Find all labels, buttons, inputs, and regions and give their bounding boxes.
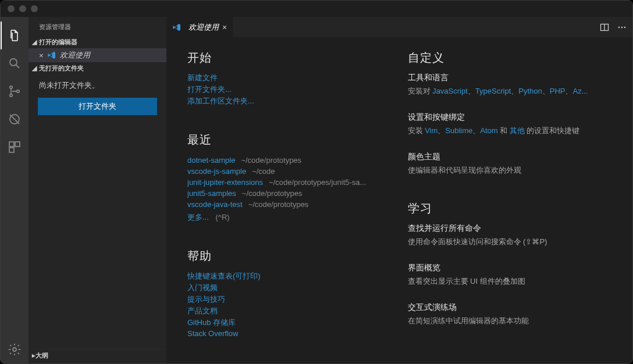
recent-item-path: ~/code/prototypes — [248, 200, 309, 209]
theme-title: 颜色主题 — [408, 152, 612, 162]
svg-point-13 — [618, 26, 620, 28]
help-link[interactable]: 快捷键速查表(可打印) — [187, 271, 392, 281]
recent-list: dotnet-sample~/code/prototypesvscode-js-… — [187, 155, 392, 210]
traffic-minimize[interactable] — [19, 5, 26, 12]
tools-lang-link[interactable]: TypeScript — [475, 87, 511, 95]
window-titlebar — [1, 1, 632, 17]
recent-item-path: ~/code/prototypes — [242, 189, 303, 198]
no-folder-text: 尚未打开文件夹。 — [29, 74, 166, 98]
recent-more-hint: (^R) — [215, 213, 229, 222]
vscode-icon — [172, 23, 182, 32]
welcome-page: 开始 新建文件 打开文件夹... 添加工作区文件夹... 最近 dotnet-s… — [166, 37, 632, 363]
start-heading: 开始 — [187, 50, 392, 66]
activity-settings[interactable] — [1, 336, 29, 363]
tab-welcome[interactable]: 欢迎使用 × — [166, 17, 233, 37]
tools-lang-link[interactable]: Az... — [572, 87, 588, 95]
svg-point-2 — [10, 86, 12, 88]
learn-item-title[interactable]: 查找并运行所有命令 — [408, 223, 612, 234]
activity-bar — [1, 17, 29, 363]
keymap-link[interactable]: Sublime — [445, 126, 472, 135]
split-editor-icon[interactable] — [600, 23, 609, 32]
recent-heading: 最近 — [187, 132, 392, 148]
recent-item-path: ~/code/prototypes/junit5-sa... — [269, 178, 366, 187]
add-workspace-link[interactable]: 添加工作区文件夹... — [187, 96, 392, 106]
explorer-sidebar: 资源管理器 ◢ 打开的编辑器 × 欢迎使用 ◢ 无打开的文件夹 尚未打开文件夹。… — [29, 17, 166, 363]
keybindings-body: 安装 Vim、Sublime、Atom 和 其他 的设置和快捷键 — [408, 126, 612, 135]
svg-line-1 — [16, 65, 20, 69]
keymap-link[interactable]: Atom — [480, 126, 497, 135]
keybindings-title: 设置和按键绑定 — [408, 112, 612, 123]
open-editors-header[interactable]: ◢ 打开的编辑器 — [29, 36, 166, 48]
activity-explorer[interactable] — [1, 22, 29, 49]
activity-debug[interactable] — [1, 105, 29, 133]
svg-point-15 — [624, 26, 626, 28]
recent-item-name[interactable]: junit-jupiter-extensions — [187, 178, 263, 187]
recent-item-name[interactable]: vscode-js-sample — [187, 167, 246, 176]
recent-item-path: ~/code — [252, 167, 275, 176]
sidebar-title: 资源管理器 — [29, 17, 166, 36]
svg-point-4 — [17, 90, 19, 92]
traffic-close[interactable] — [8, 5, 15, 12]
help-link[interactable]: 提示与技巧 — [187, 294, 392, 305]
recent-item[interactable]: dotnet-sample~/code/prototypes — [187, 155, 392, 166]
help-link[interactable]: GitHub 存储库 — [187, 317, 392, 328]
svg-point-0 — [10, 59, 17, 66]
recent-item-name[interactable]: vscode-java-test — [187, 200, 243, 209]
help-link[interactable]: 入门视频 — [187, 283, 392, 293]
recent-item[interactable]: junit-jupiter-extensions~/code/prototype… — [187, 177, 392, 188]
chevron-down-icon: ◢ — [31, 65, 38, 72]
tools-lang-link[interactable]: PHP — [550, 87, 566, 95]
learn-item-title[interactable]: 交互式演练场 — [408, 302, 612, 313]
customize-heading: 自定义 — [408, 50, 612, 66]
keymap-link[interactable]: Vim — [425, 126, 438, 135]
more-icon[interactable] — [617, 23, 627, 32]
theme-body: 使编辑器和代码呈现你喜欢的外观 — [408, 165, 612, 175]
close-icon[interactable]: × — [39, 51, 44, 60]
tab-label: 欢迎使用 — [189, 22, 219, 33]
vscode-icon — [47, 51, 56, 60]
recent-more-link[interactable]: 更多... — [187, 213, 209, 222]
open-editor-label: 欢迎使用 — [60, 50, 90, 60]
open-editor-item[interactable]: × 欢迎使用 — [29, 48, 166, 62]
traffic-zoom[interactable] — [31, 5, 38, 12]
activity-search[interactable] — [1, 49, 29, 77]
editor-area: 欢迎使用 × 开始 新建文件 打开文件夹... 添加工作区文 — [166, 17, 632, 363]
svg-point-14 — [621, 26, 623, 28]
outline-header[interactable]: ▸ 大纲 — [29, 349, 166, 363]
no-folder-header[interactable]: ◢ 无打开的文件夹 — [29, 62, 166, 74]
tab-close-icon[interactable]: × — [222, 23, 227, 32]
keymap-other-link[interactable]: 其他 — [510, 126, 525, 135]
recent-item[interactable]: vscode-java-test~/code/prototypes — [187, 199, 392, 210]
learn-item-title[interactable]: 界面概览 — [408, 263, 612, 273]
learn-item-body: 在简短演练中试用编辑器的基本功能 — [408, 316, 612, 326]
svg-rect-8 — [15, 142, 20, 147]
tools-lang-link[interactable]: JavaScript — [432, 87, 468, 95]
help-link[interactable]: Stack Overflow — [187, 329, 392, 338]
svg-rect-7 — [9, 142, 14, 147]
help-list: 快捷键速查表(可打印)入门视频提示与技巧产品文档GitHub 存储库Stack … — [187, 271, 392, 338]
tools-lang-link[interactable]: Python — [518, 87, 542, 95]
recent-item-name[interactable]: dotnet-sample — [187, 156, 235, 165]
activity-extensions[interactable] — [1, 133, 29, 161]
recent-item-path: ~/code/prototypes — [241, 156, 301, 165]
tools-title: 工具和语言 — [408, 73, 612, 83]
new-file-link[interactable]: 新建文件 — [187, 73, 392, 83]
recent-item[interactable]: vscode-js-sample~/code — [187, 166, 392, 177]
learn-list: 查找并运行所有命令使用命令面板快速访问和搜索命令 (⇧⌘P)界面概览查看突出显示… — [408, 223, 612, 326]
activity-source-control[interactable] — [1, 77, 29, 105]
tab-bar: 欢迎使用 × — [166, 17, 632, 37]
open-folder-button[interactable]: 打开文件夹 — [38, 98, 157, 115]
svg-point-10 — [13, 348, 16, 351]
recent-item-name[interactable]: junit5-samples — [187, 189, 236, 198]
learn-item-body: 查看突出显示主要 UI 组件的叠加图 — [408, 276, 612, 286]
learn-heading: 学习 — [408, 201, 612, 216]
chevron-down-icon: ◢ — [31, 38, 38, 46]
svg-rect-9 — [9, 148, 14, 152]
tools-body: 安装对 JavaScript、TypeScript、Python、PHP、Az.… — [408, 86, 612, 96]
svg-point-3 — [10, 94, 12, 97]
open-folder-link[interactable]: 打开文件夹... — [187, 84, 392, 95]
help-link[interactable]: 产品文档 — [187, 306, 392, 316]
recent-item[interactable]: junit5-samples~/code/prototypes — [187, 188, 392, 199]
learn-item-body: 使用命令面板快速访问和搜索命令 (⇧⌘P) — [408, 237, 612, 247]
help-heading: 帮助 — [187, 248, 392, 264]
